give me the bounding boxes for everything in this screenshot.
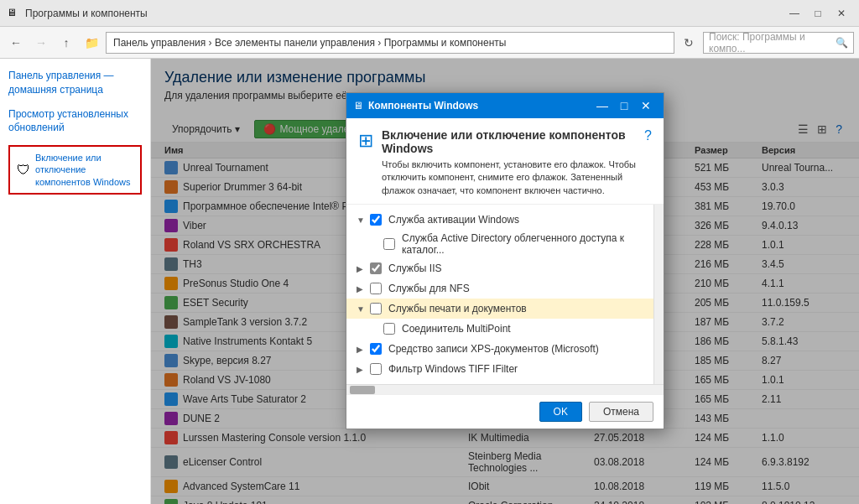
sidebar: Панель управления — домашняя страница Пр… — [0, 59, 151, 504]
search-box[interactable]: Поиск: Программы и компо... 🔍 — [703, 32, 854, 54]
expand-icon[interactable]: ▶ — [357, 264, 370, 273]
modal-footer: OK Отмена — [346, 394, 664, 429]
modal-item[interactable]: Соединитель MultiPoint — [346, 319, 664, 339]
cancel-button[interactable]: Отмена — [589, 402, 653, 422]
sidebar-item-home[interactable]: Панель управления — домашняя страница — [8, 69, 142, 97]
modal-item[interactable]: ▶ Службы IIS — [346, 258, 664, 278]
modal-minimize-button[interactable]: — — [591, 95, 613, 117]
modal-item[interactable]: ▼ Служба активации Windows — [346, 210, 664, 230]
expand-icon[interactable]: ▼ — [357, 216, 370, 225]
component-label: Соединитель MultiPoint — [402, 323, 653, 335]
windows-components-modal: 🖥 Компоненты Windows — □ ✕ ⊞ Включение и… — [346, 92, 664, 429]
up-button[interactable]: ↑ — [55, 32, 77, 54]
modal-title-icon: 🖥 — [353, 100, 363, 112]
window-title: Программы и компоненты — [25, 8, 784, 19]
component-label: Службы IIS — [388, 262, 653, 274]
sidebar-item-updates[interactable]: Просмотр установленных обновлений — [8, 107, 142, 136]
expand-icon[interactable]: ▶ — [357, 284, 370, 294]
breadcrumb[interactable]: Панель управления › Все элементы панели … — [106, 32, 674, 54]
main-layout: Панель управления — домашняя страница Пр… — [0, 59, 859, 504]
component-label: Служба активации Windows — [388, 214, 653, 226]
modal-header-text: Включение или отключение компонентов Win… — [382, 128, 636, 197]
modal-header-title: Включение или отключение компонентов Win… — [382, 128, 636, 155]
address-bar: ← → ↑ 📁 Панель управления › Все элементы… — [0, 27, 859, 59]
search-icon: 🔍 — [836, 37, 848, 49]
component-label: Средство записи XPS-документов (Microsof… — [388, 343, 653, 355]
close-button[interactable]: ✕ — [830, 5, 852, 22]
app-icon: 🖥 — [7, 7, 20, 20]
modal-hscroll[interactable] — [346, 384, 664, 394]
content-area: Удаление или изменение программы Для уда… — [151, 59, 859, 504]
component-label: Фильтр Windows TIFF IFilter — [388, 363, 653, 375]
modal-close-button[interactable]: ✕ — [635, 95, 657, 117]
component-checkbox[interactable] — [370, 214, 382, 226]
title-bar: 🖥 Программы и компоненты — □ ✕ — [0, 0, 859, 27]
modal-body: ▼ Служба активации Windows Служба Active… — [346, 205, 664, 384]
sidebar-section-home: Панель управления — домашняя страница — [8, 69, 142, 97]
modal-header: ⊞ Включение или отключение компонентов W… — [346, 118, 664, 205]
component-checkbox[interactable] — [383, 238, 395, 250]
modal-item[interactable]: ▶ Средство записи XPS-документов (Micros… — [346, 339, 664, 359]
modal-title: Компоненты Windows — [368, 100, 591, 112]
maximize-button[interactable]: □ — [807, 5, 829, 22]
sidebar-item-components[interactable]: 🛡 Включение или отключение компонентов W… — [8, 145, 142, 195]
modal-item[interactable]: ▶ Фильтр Windows TIFF IFilter — [346, 359, 664, 379]
back-button[interactable]: ← — [5, 32, 27, 54]
modal-scrollbar[interactable] — [653, 205, 664, 384]
expand-icon[interactable]: ▼ — [357, 304, 370, 314]
sidebar-item-components-label: Включение или отключение компонентов Win… — [35, 152, 133, 188]
modal-item[interactable]: ▼ Службы печати и документов — [346, 299, 664, 319]
modal-item[interactable]: Служба Active Directory облегченного дос… — [346, 230, 664, 258]
modal-item[interactable]: ▶ Службы для NFS — [346, 278, 664, 299]
modal-help-icon[interactable]: ? — [644, 128, 652, 143]
title-bar-controls: — □ ✕ — [784, 5, 852, 22]
modal-header-description: Чтобы включить компонент, установите его… — [382, 158, 636, 197]
expand-icon[interactable]: ▶ — [357, 345, 370, 354]
component-checkbox[interactable] — [370, 363, 382, 375]
expand-icon[interactable]: ▶ — [357, 365, 370, 374]
search-text: Поиск: Программы и компо... — [709, 31, 836, 55]
component-checkbox[interactable] — [370, 262, 382, 274]
refresh-button[interactable]: ↻ — [678, 32, 700, 54]
ok-button[interactable]: OK — [539, 402, 582, 422]
component-checkbox[interactable] — [370, 283, 382, 294]
windows-icon: ⊞ — [358, 130, 373, 152]
forward-button[interactable]: → — [30, 32, 52, 54]
component-checkbox[interactable] — [370, 343, 382, 355]
sidebar-section-updates: Просмотр установленных обновлений — [8, 107, 142, 136]
shield-icon: 🛡 — [17, 163, 30, 178]
minimize-button[interactable]: — — [784, 5, 805, 22]
component-label: Служба Active Directory облегченного дос… — [402, 232, 653, 256]
recent-button[interactable]: 📁 — [81, 32, 102, 54]
modal-maximize-button[interactable]: □ — [613, 95, 635, 117]
component-label: Службы печати и документов — [388, 303, 653, 314]
modal-title-bar: 🖥 Компоненты Windows — □ ✕ — [346, 93, 664, 118]
modal-overlay: 🖥 Компоненты Windows — □ ✕ ⊞ Включение и… — [151, 59, 859, 504]
component-checkbox[interactable] — [370, 303, 382, 314]
component-label: Службы для NFS — [388, 283, 653, 294]
component-checkbox[interactable] — [383, 323, 395, 335]
